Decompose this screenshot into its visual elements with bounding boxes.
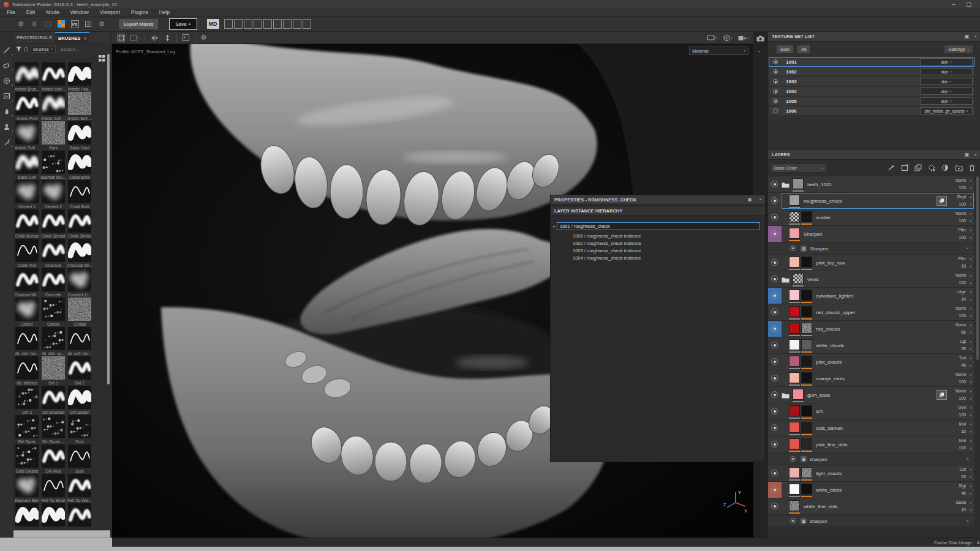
opacity-value[interactable]: 100 bbox=[959, 219, 966, 223]
blend-mode-dropdown[interactable]: Norm bbox=[956, 211, 966, 216]
filter-chip-close-icon[interactable]: × bbox=[51, 47, 53, 51]
layer-row[interactable]: AOOvrl▾100▾ bbox=[768, 403, 974, 420]
remove-effect-icon[interactable]: × bbox=[966, 456, 969, 462]
layer-visibility-toggle[interactable] bbox=[771, 391, 778, 398]
layer-visibility-toggle[interactable] bbox=[771, 214, 778, 220]
brush-item[interactable]: Artistic Soft ... bbox=[68, 92, 91, 121]
brush-item[interactable]: Concrete bbox=[42, 268, 65, 297]
texture-set-active-radio[interactable] bbox=[773, 69, 778, 74]
blend-mode-dropdown[interactable]: Pthr bbox=[958, 228, 966, 232]
material-slot[interactable] bbox=[254, 19, 262, 29]
layers-panel-header[interactable]: LAYERS ▣ × bbox=[768, 150, 980, 160]
brush-item[interactable]: Artistic Hea... bbox=[68, 62, 91, 91]
layer-row[interactable]: curvature_lightenLdge▾14▾ bbox=[768, 288, 974, 304]
brush-item[interactable]: Chalk Strong bbox=[68, 209, 91, 238]
instance-row[interactable]: 1004 / roughness_check instance bbox=[551, 254, 765, 261]
layer-visibility-toggle[interactable] bbox=[771, 358, 778, 365]
channel-filter-dropdown[interactable]: Base Color ▾ bbox=[771, 163, 827, 173]
filter-funnel-icon[interactable] bbox=[16, 47, 21, 52]
effect-visibility-toggle[interactable] bbox=[790, 518, 796, 523]
opacity-value[interactable]: 100 bbox=[959, 202, 966, 206]
blend-mode-dropdown[interactable]: Norm bbox=[956, 178, 966, 182]
add-effect-wand-icon[interactable] bbox=[888, 164, 895, 171]
layer-visibility-toggle[interactable] bbox=[771, 408, 778, 414]
export-masks-button[interactable]: Export Masks bbox=[119, 19, 158, 29]
brush-item[interactable]: Charcoal Wi... bbox=[15, 268, 39, 297]
layer-visibility-toggle[interactable] bbox=[771, 375, 778, 381]
notifications-bell-icon[interactable] bbox=[29, 19, 39, 29]
delete-layer-icon[interactable] bbox=[969, 164, 975, 171]
instance-row[interactable]: 1003 / roughness_check instance bbox=[551, 247, 765, 254]
brush-item[interactable]: Chalk Spread bbox=[42, 209, 65, 238]
add-fill-layer-icon[interactable] bbox=[928, 164, 935, 171]
layer-row[interactable]: white_cloudsLgt▾35▾ bbox=[768, 337, 974, 354]
settings-gear-icon[interactable]: ⚙ bbox=[16, 19, 26, 29]
brush-item[interactable]: Bark bbox=[42, 121, 65, 150]
instance-row[interactable]: 1005 / roughness_check instance bbox=[551, 232, 765, 239]
tab-procedurals[interactable]: PROCEDURALS bbox=[13, 32, 55, 43]
layer-visibility-toggle[interactable] bbox=[771, 470, 778, 476]
remove-effect-icon[interactable]: × bbox=[966, 246, 969, 251]
brush-item[interactable]: Dots Erased bbox=[15, 444, 39, 473]
brush-item[interactable]: Chalk Thin bbox=[15, 239, 39, 268]
blend-mode-dropdown[interactable]: Lgt bbox=[960, 339, 966, 343]
material-slot[interactable] bbox=[263, 19, 272, 29]
search-input[interactable]: Search... bbox=[61, 47, 79, 52]
texture-set-active-radio[interactable] bbox=[773, 99, 778, 103]
brush-item[interactable]: db_soft_bru... bbox=[68, 327, 91, 356]
blend-mode-dropdown[interactable]: Norm bbox=[956, 372, 966, 377]
texture-set-active-radio[interactable] bbox=[773, 79, 778, 84]
display-mode-icon[interactable]: ▾ bbox=[707, 35, 717, 41]
effect-row[interactable]: SSharpen× bbox=[768, 242, 974, 255]
brush-item[interactable]: Cotton bbox=[15, 298, 39, 326]
brush-item[interactable]: Dirt 3 bbox=[15, 386, 39, 414]
all-button[interactable]: All bbox=[797, 45, 810, 53]
opacity-value[interactable]: 100 bbox=[959, 235, 966, 239]
brush-item[interactable]: Dirt 2 bbox=[68, 356, 91, 385]
blend-mode-dropdown[interactable]: Norm bbox=[956, 273, 966, 277]
layer-visibility-toggle[interactable] bbox=[771, 503, 778, 509]
menu-plugins[interactable]: Plugins bbox=[126, 9, 154, 17]
layer-visibility-toggle[interactable] bbox=[771, 342, 778, 348]
polygon-fill-tool-icon[interactable]: ▾ bbox=[2, 91, 12, 101]
material-slot[interactable] bbox=[273, 19, 282, 29]
brush-item[interactable]: db_mid_har... bbox=[15, 327, 39, 356]
resources-icon[interactable] bbox=[56, 19, 66, 29]
eraser-tool-icon[interactable]: ▾ bbox=[2, 61, 12, 70]
brush-item[interactable]: Artistic Print bbox=[15, 92, 39, 121]
add-instance-icon[interactable] bbox=[914, 164, 922, 171]
opacity-value[interactable]: 53 bbox=[961, 474, 966, 479]
smudge-tool-icon[interactable]: ▾ bbox=[2, 107, 12, 116]
blend-mode-dropdown[interactable]: Col bbox=[959, 467, 966, 471]
effect-visibility-toggle[interactable] bbox=[790, 456, 796, 462]
menu-help[interactable]: Help bbox=[154, 9, 175, 17]
layer-row[interactable]: red_clouds_upperNorm▾100▾ bbox=[768, 304, 974, 321]
layer-row[interactable]: orange_rootsNorm▾100▾ bbox=[768, 370, 974, 387]
opacity-value[interactable]: 18 bbox=[961, 264, 966, 268]
brush-item[interactable]: Artistic Hair... bbox=[42, 62, 65, 91]
instance-link-icon[interactable] bbox=[937, 390, 947, 400]
blend-mode-dropdown[interactable]: Norm bbox=[956, 323, 966, 327]
layer-row[interactable]: white_fine_dotsSadd▾10▾ bbox=[768, 498, 974, 515]
instance-link-icon[interactable] bbox=[937, 196, 947, 206]
filter-circle-icon[interactable] bbox=[24, 47, 28, 51]
layer-row[interactable]: red_cloudsNorm▾66▾ bbox=[768, 321, 974, 337]
brush-item[interactable]: Basmati Bru... bbox=[42, 151, 65, 179]
layer-row[interactable]: teeth_1001Norm▾100▾ bbox=[768, 176, 974, 193]
layer-visibility-toggle[interactable] bbox=[771, 230, 778, 237]
layer-row[interactable]: pink_top_rowPthr▾18▾ bbox=[768, 255, 974, 271]
layer-visibility-toggle[interactable] bbox=[771, 309, 778, 315]
shelf-scrollbar[interactable] bbox=[107, 54, 110, 384]
lasso-select-icon[interactable]: ▾ bbox=[130, 35, 139, 41]
layer-visibility-toggle[interactable] bbox=[771, 181, 778, 187]
snapshot-camera-icon[interactable] bbox=[756, 36, 764, 42]
brush-item[interactable]: Elephant Skin bbox=[15, 474, 39, 503]
material-slot[interactable] bbox=[234, 19, 243, 29]
brush-item[interactable]: Calligraphic bbox=[68, 151, 91, 179]
close-icon[interactable]: × bbox=[760, 197, 762, 202]
photoshop-icon[interactable]: Ps bbox=[70, 19, 80, 29]
preferences-gear-icon[interactable]: ⚙ bbox=[97, 19, 107, 29]
projection-tool-icon[interactable]: ▾ bbox=[2, 76, 12, 86]
opacity-value[interactable]: 100 bbox=[959, 413, 966, 417]
add-folder-icon[interactable] bbox=[955, 165, 963, 171]
